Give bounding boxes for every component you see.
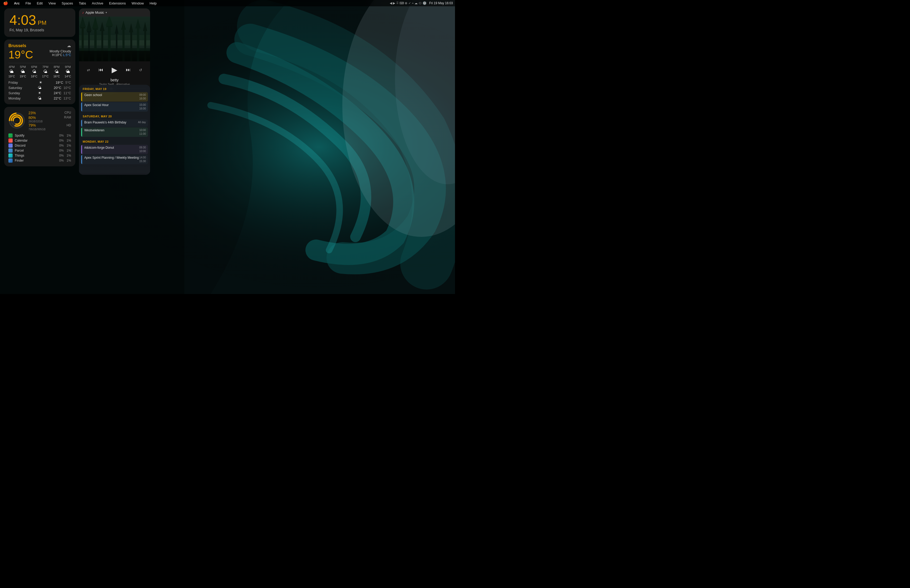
donut-chart: [8, 112, 25, 129]
app-things: Things 0% 1%: [8, 153, 71, 158]
event-geen-school[interactable]: Geen school 09:00 16:00: [81, 92, 148, 102]
hour-6pm: 6PM 🌤 18°C: [31, 65, 37, 78]
view-menu[interactable]: View: [47, 1, 57, 6]
clock-display: 4:03 PM: [10, 13, 70, 27]
event-name: #dotcom-forge Donut: [84, 146, 114, 150]
event-birthday[interactable]: Bram Pauwels's 44th Birthday All day: [81, 120, 148, 127]
play-button[interactable]: ▶: [111, 65, 118, 75]
app-parcel: Parcel 0% 1%: [8, 149, 71, 153]
things-cpu: 0%: [56, 154, 64, 157]
event-dotcom-donut[interactable]: #dotcom-forge Donut 09:30 10:00: [81, 145, 148, 154]
menubar-icons: ◀ ▶ ⠿ ⌨ ⊕ ✓ ⌁ ☁ ⏲ 🕐: [390, 1, 427, 5]
calendar-icon: [8, 139, 13, 143]
event-time: All day: [138, 121, 146, 124]
window-menu[interactable]: Window: [131, 1, 145, 6]
hour-8pm: 8PM 🌤 16°C: [53, 65, 60, 78]
spaces-menu[interactable]: Spaces: [61, 1, 74, 6]
calendar-name: Calendar: [15, 139, 54, 142]
day-friday: Friday ☀ 19°C 5°C: [8, 80, 71, 85]
help-menu[interactable]: Help: [149, 1, 158, 6]
clock-date: Fri, May 19, Brussels: [10, 28, 70, 32]
event-name: Geen school: [84, 93, 102, 97]
finder-icon: [8, 158, 13, 163]
event-westveleteren[interactable]: Westveleteren 10:00 11:00: [81, 128, 148, 137]
archive-menu[interactable]: Archive: [91, 1, 104, 6]
app-finder: Finder 0% 1%: [8, 158, 71, 163]
weather-daily: Friday ☀ 19°C 5°C Saturday 🌤 20°C 10°C S…: [8, 80, 71, 100]
app-spotify: Spotify 0% 1%: [8, 133, 71, 138]
ram-value: 80%: [28, 115, 36, 120]
tabs-menu[interactable]: Tabs: [78, 1, 87, 6]
finder-name: Finder: [15, 159, 54, 162]
day-saturday: Saturday 🌤 20°C 10°C: [8, 85, 71, 90]
sysmon-stats: 23% CPU 80% RAM 26GB/32GB 79% HD 795GB/9…: [28, 111, 71, 131]
calendar-fade: [79, 165, 150, 173]
music-widget: ♪ Apple Music ▾: [79, 8, 150, 94]
cal-header-monday: MONDAY, MAY 22: [79, 137, 150, 144]
cal-header-saturday: SATURDAY, MAY 20: [79, 112, 150, 119]
menubar: 🍎 Arc File Edit View Spaces Tabs Archive…: [0, 0, 455, 6]
calendar-cpu: 0%: [56, 139, 64, 142]
event-apex-social[interactable]: Apex Social Hour 15:00 16:00: [81, 102, 148, 111]
hour-7pm: 7PM 🌤 17°C: [42, 65, 49, 78]
sysmon-widget: 23% CPU 80% RAM 26GB/32GB 79% HD 795GB/9…: [4, 107, 75, 166]
calendar-mem: 1%: [66, 139, 71, 142]
discord-icon: [8, 144, 13, 148]
file-menu[interactable]: File: [24, 1, 32, 6]
music-app-name: Apple Music: [86, 11, 104, 15]
hour-4pm: 4PM 🌥 19°C: [8, 65, 15, 78]
things-mem: 1%: [66, 154, 71, 157]
sysmon-apps: Spotify 0% 1% Calendar 0% 1% Discord 0% …: [8, 133, 71, 163]
hour-9pm: 9PM 🌥 14°C: [65, 65, 71, 78]
day-monday: Monday 🌤 22°C 13°C: [8, 96, 71, 100]
clock-time-value: 4:03: [10, 13, 36, 27]
event-sprint-planning[interactable]: Apex Sprint Planning / Weekly Meeting 14…: [81, 155, 148, 164]
things-icon: [8, 153, 13, 158]
next-button[interactable]: ⏭: [125, 66, 132, 74]
cpu-label: CPU: [65, 111, 71, 115]
finder-cpu: 0%: [56, 159, 64, 162]
discord-mem: 1%: [66, 144, 71, 147]
extensions-menu[interactable]: Extensions: [108, 1, 127, 6]
repeat-button[interactable]: ↺: [138, 67, 143, 73]
weather-condition: Mostly Cloudy: [50, 49, 71, 53]
music-header[interactable]: ♪ Apple Music ▾: [79, 8, 150, 16]
discord-name: Discord: [15, 144, 54, 147]
discord-cpu: 0%: [56, 144, 64, 147]
edit-menu[interactable]: Edit: [36, 1, 44, 6]
spotify-mem: 1%: [66, 134, 71, 137]
event-name: Bram Pauwels's 44th Birthday: [84, 121, 126, 124]
hd-detail: 795GB/995GB: [28, 128, 71, 131]
cpu-value: 23%: [28, 111, 36, 115]
day-sunday: Sunday ☀ 24°C 11°C: [8, 90, 71, 95]
spotify-name: Spotify: [15, 134, 54, 137]
hour-5pm: 5PM 🌥 19°C: [20, 65, 26, 78]
music-album-art: [79, 16, 150, 61]
event-time: 14:00 15:30: [139, 156, 146, 163]
weather-widget: Brussels ☁ 19°C Mostly Cloudy H:19°C L:5…: [4, 39, 75, 104]
prev-button[interactable]: ⏮: [97, 66, 104, 74]
music-controls: ⇄ ⏮ ▶ ⏭ ↺: [79, 61, 150, 77]
hd-label: HD: [66, 123, 71, 128]
parcel-cpu: 0%: [56, 149, 64, 152]
event-name: Apex Sprint Planning / Weekly Meeting: [84, 156, 139, 160]
app-name-menu[interactable]: Arc: [13, 1, 21, 6]
menubar-datetime: Fri 19 May 16:03: [429, 1, 453, 5]
apple-menu[interactable]: 🍎: [2, 0, 9, 6]
weather-city: Brussels: [8, 44, 26, 48]
event-name: Apex Social Hour: [84, 103, 109, 107]
app-discord: Discord 0% 1%: [8, 144, 71, 148]
cal-header-friday: FRIDAY, MAY 19: [79, 85, 150, 92]
event-time: 10:00 11:00: [139, 128, 146, 136]
weather-hourly: 4PM 🌥 19°C 5PM 🌥 19°C 6PM 🌤 18°C 7PM 🌤 1…: [8, 63, 71, 78]
ram-detail: 26GB/32GB: [28, 120, 71, 123]
parcel-mem: 1%: [66, 149, 71, 152]
hd-value: 79%: [28, 123, 36, 128]
event-time: 15:00 16:00: [139, 103, 146, 111]
svg-rect-39: [79, 51, 150, 61]
clock-ampm: PM: [38, 20, 46, 26]
app-calendar: Calendar 0% 1%: [8, 139, 71, 143]
shuffle-button[interactable]: ⇄: [86, 67, 91, 73]
widgets-column: 4:03 PM Fri, May 19, Brussels Brussels ☁…: [4, 8, 75, 166]
chevron-down-icon: ▾: [105, 11, 107, 14]
